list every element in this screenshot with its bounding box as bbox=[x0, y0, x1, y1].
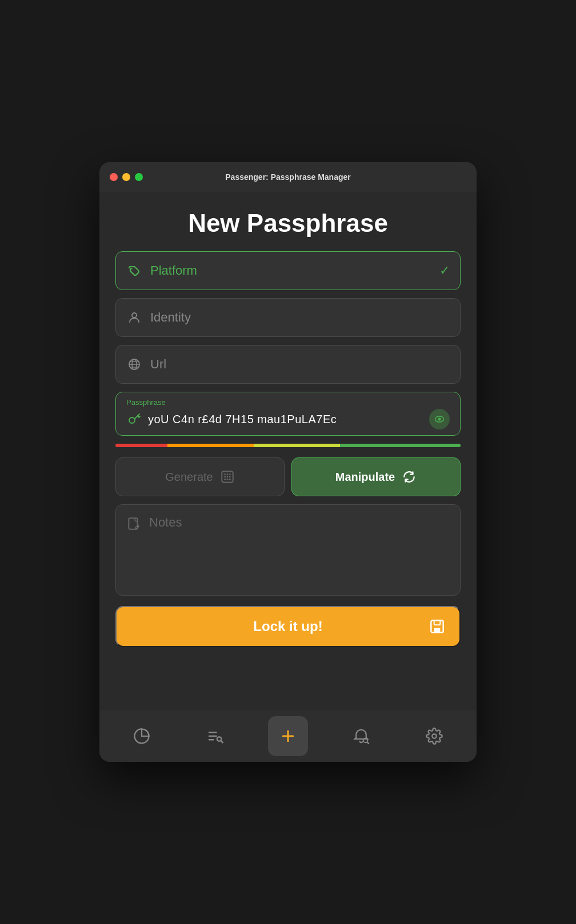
url-label: Url bbox=[150, 357, 450, 372]
svg-point-14 bbox=[224, 476, 226, 478]
dice-icon bbox=[220, 469, 235, 484]
bottom-navigation bbox=[99, 710, 477, 762]
svg-point-13 bbox=[229, 473, 231, 475]
lock-button[interactable]: Lock it up! bbox=[115, 606, 461, 647]
bell-search-icon bbox=[353, 728, 370, 745]
svg-point-1 bbox=[132, 313, 137, 318]
svg-point-19 bbox=[229, 479, 231, 480]
passphrase-floating-label: Passphrase bbox=[126, 398, 450, 407]
svg-point-17 bbox=[224, 479, 226, 480]
rotate-icon bbox=[402, 469, 417, 484]
toggle-visibility-button[interactable] bbox=[429, 409, 450, 429]
close-button[interactable] bbox=[110, 173, 118, 181]
platform-field[interactable]: Platform ✓ bbox=[115, 251, 461, 290]
person-icon bbox=[126, 310, 142, 326]
traffic-lights bbox=[110, 173, 143, 181]
key-icon bbox=[126, 411, 142, 427]
svg-line-29 bbox=[221, 741, 223, 742]
nav-item-search[interactable] bbox=[195, 716, 235, 756]
svg-line-33 bbox=[367, 742, 369, 744]
svg-rect-20 bbox=[129, 518, 137, 529]
window-title: Passenger: Passphrase Manager bbox=[225, 172, 350, 182]
nav-item-add[interactable] bbox=[268, 716, 308, 756]
settings-icon bbox=[426, 728, 443, 745]
maximize-button[interactable] bbox=[135, 173, 143, 181]
svg-point-18 bbox=[226, 479, 228, 480]
platform-check: ✓ bbox=[439, 263, 450, 278]
passphrase-field[interactable]: Passphrase yoU C4n r£4d 7H15 mau1PuLA7Ec bbox=[115, 392, 461, 436]
identity-field[interactable]: Identity bbox=[115, 298, 461, 337]
passphrase-row: yoU C4n r£4d 7H15 mau1PuLA7Ec bbox=[126, 409, 450, 429]
globe-icon bbox=[126, 356, 142, 372]
url-field[interactable]: Url bbox=[115, 345, 461, 384]
identity-label: Identity bbox=[150, 310, 450, 325]
svg-point-9 bbox=[438, 418, 441, 421]
app-window: Passenger: Passphrase Manager New Passph… bbox=[99, 162, 477, 762]
generate-label: Generate bbox=[165, 471, 213, 484]
svg-point-12 bbox=[226, 473, 228, 475]
title-bar: Passenger: Passphrase Manager bbox=[99, 162, 477, 192]
page-title: New Passphrase bbox=[115, 209, 461, 238]
svg-point-11 bbox=[224, 473, 226, 475]
svg-point-16 bbox=[229, 476, 231, 478]
svg-point-34 bbox=[432, 734, 437, 738]
password-strength-bar bbox=[115, 444, 461, 447]
lock-button-label: Lock it up! bbox=[117, 618, 459, 634]
generate-button[interactable]: Generate bbox=[115, 457, 285, 496]
svg-rect-22 bbox=[434, 628, 441, 633]
passphrase-value: yoU C4n r£4d 7H15 mau1PuLA7Ec bbox=[148, 413, 423, 426]
search-list-icon bbox=[206, 728, 223, 745]
svg-point-15 bbox=[226, 476, 228, 478]
notes-field[interactable]: Notes bbox=[115, 504, 461, 596]
main-content: New Passphrase Platform ✓ Identity bbox=[99, 192, 477, 710]
notes-label: Notes bbox=[149, 515, 182, 530]
nav-item-settings[interactable] bbox=[414, 716, 454, 756]
save-icon bbox=[426, 616, 448, 637]
action-row: Generate Manipulate bbox=[115, 457, 461, 496]
chart-pie-icon bbox=[133, 728, 150, 745]
tag-icon bbox=[126, 263, 142, 279]
nav-item-notifications[interactable] bbox=[341, 716, 381, 756]
svg-point-0 bbox=[131, 268, 132, 269]
plus-icon bbox=[279, 728, 297, 745]
platform-label: Platform bbox=[150, 263, 431, 278]
svg-point-7 bbox=[129, 417, 135, 423]
nav-item-chart[interactable] bbox=[122, 716, 162, 756]
notes-icon bbox=[126, 516, 141, 531]
manipulate-label: Manipulate bbox=[335, 471, 395, 484]
minimize-button[interactable] bbox=[122, 173, 130, 181]
manipulate-button[interactable]: Manipulate bbox=[291, 457, 461, 496]
